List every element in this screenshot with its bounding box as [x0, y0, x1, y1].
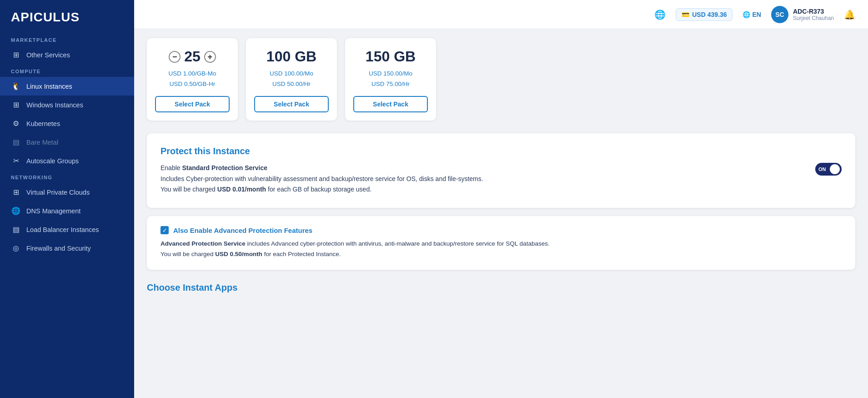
grid-icon: ⊞	[11, 50, 21, 59]
globe-header-icon[interactable]: 🌐	[654, 9, 666, 20]
pack-stepper-value: − 25 +	[169, 48, 216, 65]
vpc-icon: ⊞	[11, 188, 21, 196]
instant-apps-title: Choose Instant Apps	[147, 278, 855, 295]
sidebar-section-networking: NETWORKING	[0, 170, 134, 183]
user-details: ADC-R373 Surjeet Chauhan	[793, 8, 834, 21]
balance-icon: 💳	[682, 11, 689, 18]
protect-title: Protect this Instance	[161, 146, 842, 156]
windows-icon: ⊞	[11, 101, 21, 109]
pack-price-line1: USD 1.00/GB-Mo	[168, 69, 216, 79]
toggle-label: ON	[818, 166, 826, 172]
protect-desc-line2: You will be charged USD 0.01/month for e…	[161, 184, 483, 195]
pack-price-line2: USD 0.50/GB-Hr	[168, 79, 216, 90]
protect-charge-suffix: for each GB of backup storage used.	[266, 186, 371, 193]
sidebar-item-label: Kubernetes	[26, 120, 60, 127]
sidebar-item-label: Bare Metal	[26, 139, 58, 146]
protect-charge: USD 0.01/month	[217, 186, 266, 193]
balance-display: 💳 USD 439.36	[676, 8, 733, 21]
pack-prices-100: USD 100.00/Mo USD 50.00/Hr	[270, 69, 313, 90]
advanced-checkbox[interactable]: ✓	[161, 226, 169, 234]
load-balancer-icon: ▤	[11, 225, 21, 234]
sidebar-item-label: Virtual Private Clouds	[26, 189, 90, 196]
sidebar: APICULUS MARKETPLACE ⊞ Other Services CO…	[0, 0, 134, 398]
sidebar-section-compute: COMPUTE	[0, 64, 134, 77]
sidebar-item-label: Autoscale Groups	[26, 157, 79, 165]
toggle-knob	[830, 164, 840, 174]
sidebar-item-load-balancer[interactable]: ▤ Load Balancer Instances	[0, 220, 134, 239]
sidebar-item-label: Firewalls and Security	[26, 245, 91, 252]
sidebar-item-vpc[interactable]: ⊞ Virtual Private Clouds	[0, 183, 134, 202]
sidebar-item-kubernetes[interactable]: ⚙ Kubernetes	[0, 114, 134, 133]
linux-icon: 🐧	[11, 82, 21, 91]
protect-toggle[interactable]: ON	[815, 163, 842, 176]
advanced-charge-suffix: for each Protected Instance.	[262, 251, 341, 257]
balance-value: USD 439.36	[692, 11, 727, 18]
lang-icon: 🌐	[743, 11, 750, 18]
advanced-title: Also Enable Advanced Protection Features	[173, 227, 312, 234]
advanced-section: ✓ Also Enable Advanced Protection Featur…	[147, 216, 855, 270]
autoscale-icon: ✂	[11, 156, 21, 165]
pack-price-line2: USD 75.00/Hr	[369, 79, 412, 90]
sidebar-item-label: DNS Management	[26, 207, 80, 215]
sidebar-item-label: Other Services	[26, 51, 70, 59]
advanced-header: ✓ Also Enable Advanced Protection Featur…	[161, 226, 842, 234]
sidebar-item-label: Windows Instances	[26, 101, 83, 109]
pack-price-line2: USD 50.00/Hr	[270, 79, 313, 90]
sidebar-item-firewalls[interactable]: ◎ Firewalls and Security	[0, 239, 134, 257]
sidebar-item-bare-metal: ▤ Bare Metal	[0, 133, 134, 151]
sidebar-item-label: Linux Instances	[26, 83, 72, 90]
main-area: 🌐 💳 USD 439.36 🌐 EN SC ADC-R373 Surjeet …	[134, 0, 868, 398]
pack-select-button-custom[interactable]: Select Pack	[155, 96, 230, 112]
advanced-desc: includes Advanced cyber-protection with …	[246, 240, 550, 247]
sidebar-item-label: Load Balancer Instances	[26, 226, 99, 233]
app-logo: APICULUS	[0, 0, 134, 33]
pack-prices-150: USD 150.00/Mo USD 75.00/Hr	[369, 69, 412, 90]
avatar: SC	[771, 6, 788, 23]
protect-description: Enable Standard Protection Service Inclu…	[161, 163, 483, 195]
pack-card-100: 100 GB USD 100.00/Mo USD 50.00/Hr Select…	[246, 38, 337, 121]
advanced-description: Advanced Protection Service includes Adv…	[161, 239, 842, 260]
stepper-plus-button[interactable]: +	[204, 51, 216, 63]
kubernetes-icon: ⚙	[11, 119, 21, 128]
pack-size-150: 150 GB	[366, 48, 416, 65]
pack-select-button-150[interactable]: Select Pack	[353, 96, 428, 112]
pack-select-button-100[interactable]: Select Pack	[254, 96, 329, 112]
sidebar-item-windows-instances[interactable]: ⊞ Windows Instances	[0, 96, 134, 114]
protect-desc-line1: Includes Cyber-protection with vulnerabi…	[161, 174, 483, 185]
dns-icon: 🌐	[11, 207, 21, 215]
pack-price-line1: USD 150.00/Mo	[369, 69, 412, 79]
sidebar-item-linux-instances[interactable]: 🐧 Linux Instances	[0, 77, 134, 96]
sidebar-item-dns[interactable]: 🌐 DNS Management	[0, 202, 134, 220]
pack-size-100: 100 GB	[266, 48, 316, 65]
protect-section: Protect this Instance Enable Standard Pr…	[147, 133, 855, 208]
protect-enable-line: Enable Standard Protection Service	[161, 163, 483, 174]
user-info-group: SC ADC-R373 Surjeet Chauhan	[771, 6, 834, 23]
user-name: Surjeet Chauhan	[793, 15, 834, 21]
protect-service-name: Standard Protection Service	[182, 164, 267, 171]
firewall-icon: ◎	[11, 244, 21, 252]
user-id: ADC-R373	[793, 8, 834, 15]
bare-metal-icon: ▤	[11, 138, 21, 146]
content-area: − 25 + USD 1.00/GB-Mo USD 0.50/GB-Hr Sel…	[134, 29, 868, 398]
pack-prices-custom: USD 1.00/GB-Mo USD 0.50/GB-Hr	[168, 69, 216, 90]
lang-label: EN	[752, 11, 761, 18]
stepper-number: 25	[184, 48, 201, 65]
sidebar-item-autoscale-groups[interactable]: ✂ Autoscale Groups	[0, 151, 134, 170]
advanced-charge: USD 0.50/month	[215, 251, 262, 257]
packs-row: − 25 + USD 1.00/GB-Mo USD 0.50/GB-Hr Sel…	[147, 38, 855, 121]
language-selector[interactable]: 🌐 EN	[743, 11, 761, 18]
pack-card-custom: − 25 + USD 1.00/GB-Mo USD 0.50/GB-Hr Sel…	[147, 38, 238, 121]
stepper-minus-button[interactable]: −	[169, 51, 181, 63]
protect-row: Enable Standard Protection Service Inclu…	[161, 163, 842, 195]
header: 🌐 💳 USD 439.36 🌐 EN SC ADC-R373 Surjeet …	[134, 0, 868, 29]
pack-card-150: 150 GB USD 150.00/Mo USD 75.00/Hr Select…	[345, 38, 436, 121]
advanced-charge-label: You will be charged	[161, 251, 215, 257]
advanced-service-name: Advanced Protection Service	[161, 240, 246, 247]
sidebar-section-marketplace: MARKETPLACE	[0, 33, 134, 45]
toggle-track[interactable]: ON	[815, 163, 842, 176]
notification-bell-icon[interactable]: 🔔	[844, 9, 855, 20]
pack-price-line1: USD 100.00/Mo	[270, 69, 313, 79]
sidebar-item-other-services[interactable]: ⊞ Other Services	[0, 45, 134, 64]
